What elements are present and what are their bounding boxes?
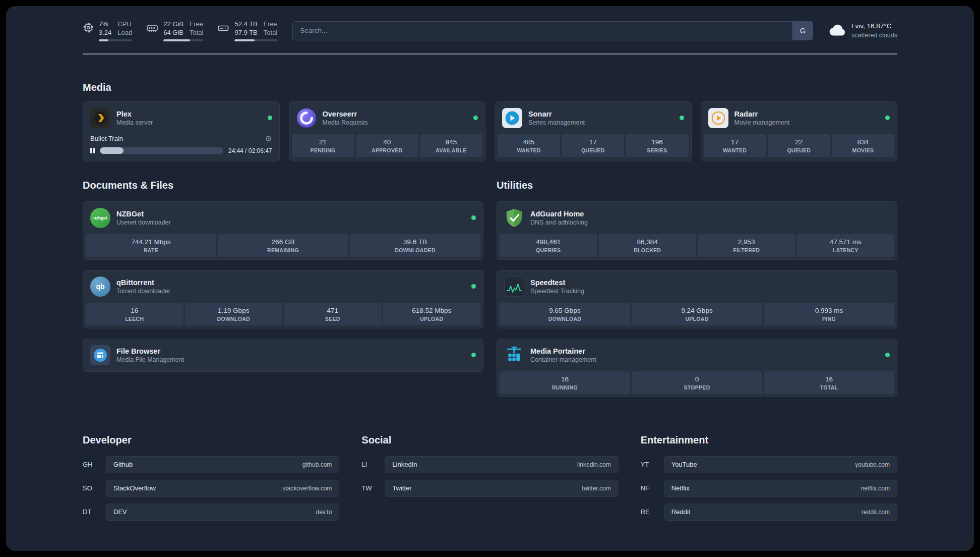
disk-free-label: Free <box>264 20 277 29</box>
plex-icon <box>90 108 110 128</box>
nzbget-icon-text: nzbget <box>93 215 107 220</box>
service-name: Media Portainer <box>530 347 596 355</box>
bookmark-group-developer: Developer GH Github github.com SO StackO… <box>83 434 339 527</box>
service-card-portainer[interactable]: Media Portainer Container management 16 … <box>497 339 897 397</box>
memory-free-value: 22 GiB <box>163 20 183 29</box>
stat-download: 9.65 Gbps DOWNLOAD <box>500 303 630 325</box>
weather-location: Lviv, 16.87°C <box>851 22 897 31</box>
bookmark-link-youtube[interactable]: YouTube youtube.com <box>664 456 897 473</box>
service-card-sonarr[interactable]: Sonarr Series management 485 WANTED 17 Q… <box>495 101 692 161</box>
bookmark-abbr: GH <box>83 461 106 468</box>
search-bar: G <box>292 21 813 40</box>
overseerr-icon <box>296 108 317 128</box>
search-input[interactable] <box>293 22 792 40</box>
cpu-chip-icon <box>83 22 94 35</box>
portainer-icon <box>504 345 524 365</box>
memory-widget: 22 GiB 64 GiB Free Total <box>146 20 203 41</box>
stat-movies: 834 MOVIES <box>832 134 894 157</box>
bookmark-link-linkedin[interactable]: LinkedIn linkedin.com <box>385 456 618 473</box>
service-name: Sonarr <box>528 110 585 118</box>
playback-progress-bar[interactable] <box>100 147 223 154</box>
bookmark-abbr: RE <box>641 508 664 516</box>
bookmark-row: RE Reddit reddit.com <box>641 504 897 521</box>
bookmark-row: GH Github github.com <box>83 456 339 473</box>
status-dot <box>471 353 476 357</box>
service-description: Movie management <box>734 119 790 126</box>
service-name: Speedtest <box>530 278 584 287</box>
gear-icon[interactable]: ⚙ <box>265 134 272 143</box>
status-dot <box>885 116 890 120</box>
service-name: Plex <box>116 110 153 118</box>
status-dot <box>885 353 890 357</box>
cpu-load-label: Load <box>117 29 132 37</box>
service-description: Media server <box>116 119 153 126</box>
utilities-section-title: Utilities <box>497 180 897 191</box>
top-bar: 7% 3.24 CPU Load <box>83 20 897 41</box>
stat-ping: 0.993 ms PING <box>764 303 894 325</box>
bookmark-link-reddit[interactable]: Reddit reddit.com <box>664 504 897 521</box>
stat-wanted: 485 WANTED <box>498 134 560 157</box>
pause-icon[interactable] <box>90 147 95 154</box>
cpu-percent: 7% <box>99 20 111 29</box>
stat-running: 16 RUNNING <box>500 371 630 394</box>
memory-free-label: Free <box>190 20 203 29</box>
radarr-icon <box>708 108 728 128</box>
stat-seed: 471 SEED <box>284 303 382 325</box>
service-description: Media File Management <box>116 356 184 363</box>
stat-remaining: 266 GB REMAINING <box>218 234 348 257</box>
disk-free-value: 52.4 TB <box>234 20 257 29</box>
bookmark-abbr: DT <box>83 508 106 516</box>
service-card-adguard[interactable]: AdGuard Home DNS and adblocking 498,461 … <box>497 201 897 260</box>
service-card-filebrowser[interactable]: File Browser Media File Management <box>83 339 483 372</box>
service-description: Torrent downloader <box>116 288 170 295</box>
memory-usage-bar <box>163 39 203 41</box>
cloud-icon <box>828 23 846 38</box>
bookmark-link-twitter[interactable]: Twitter twitter.com <box>385 480 618 497</box>
hard-disk-icon <box>217 22 229 36</box>
stat-queued: 17 QUEUED <box>562 134 624 157</box>
service-card-qbittorrent[interactable]: qb qBittorrent Torrent downloader 16 LEE… <box>83 270 483 328</box>
bookmark-link-netflix[interactable]: Netflix netflix.com <box>664 480 897 497</box>
bookmark-link-dev[interactable]: DEV dev.to <box>106 504 339 521</box>
now-playing-title: Bullet Train <box>90 135 123 142</box>
stat-available: 945 AVAILABLE <box>420 134 482 157</box>
disk-usage-bar <box>234 39 277 41</box>
bookmark-abbr: LI <box>361 461 385 468</box>
dashboard: 7% 3.24 CPU Load <box>6 6 974 551</box>
bookmark-abbr: YT <box>641 461 664 468</box>
memory-total-value: 64 GiB <box>163 29 183 37</box>
bookmark-group-title: Developer <box>83 434 339 446</box>
service-card-speedtest[interactable]: Speedtest Speedtest Tracking 9.65 Gbps D… <box>497 270 897 328</box>
bookmark-link-stackoverflow[interactable]: StackOverflow stackoverflow.com <box>106 480 339 497</box>
cpu-usage-bar <box>99 39 132 41</box>
bookmark-link-github[interactable]: Github github.com <box>106 456 339 473</box>
service-name: NZBGet <box>116 210 171 218</box>
disk-total-label: Total <box>264 29 277 37</box>
cpu-label: CPU <box>117 20 132 29</box>
service-card-nzbget[interactable]: nzbget NZBGet Usenet downloader 744.21 M… <box>83 201 483 260</box>
stat-rate: 744.21 Mbps RATE <box>86 234 216 257</box>
service-description: Speedtest Tracking <box>530 288 584 295</box>
search-provider-button[interactable]: G <box>792 22 813 40</box>
topbar-divider <box>83 53 897 54</box>
bookmarks-section: Developer GH Github github.com SO StackO… <box>83 434 897 551</box>
cpu-widget: 7% 3.24 CPU Load <box>83 20 132 41</box>
service-card-overseerr[interactable]: Overseerr Media Requests 21 PENDING 40 A… <box>289 101 486 161</box>
memory-icon <box>146 22 158 36</box>
service-description: Media Requests <box>323 119 368 126</box>
media-section-title: Media <box>83 82 897 93</box>
stat-blocked: 86,384 BLOCKED <box>599 234 697 257</box>
service-name: qBittorrent <box>116 278 170 287</box>
speedtest-icon <box>504 276 524 297</box>
service-card-plex[interactable]: Plex Media server Bullet Train ⚙ 24:44 /… <box>83 101 280 161</box>
stat-upload: 618.52 Mbps UPLOAD <box>383 303 481 325</box>
service-description: DNS and adblocking <box>530 219 588 226</box>
service-name: AdGuard Home <box>530 210 588 218</box>
bookmark-abbr: SO <box>83 484 106 492</box>
resource-widgets: 7% 3.24 CPU Load <box>83 20 277 41</box>
bookmark-group-social: Social LI LinkedIn linkedin.com TW Twitt… <box>361 434 618 527</box>
service-card-radarr[interactable]: Radarr Movie management 17 WANTED 22 QUE… <box>701 101 898 161</box>
status-dot <box>680 116 684 120</box>
stat-leech: 16 LEECH <box>86 303 183 325</box>
bookmark-group-title: Social <box>361 434 618 446</box>
